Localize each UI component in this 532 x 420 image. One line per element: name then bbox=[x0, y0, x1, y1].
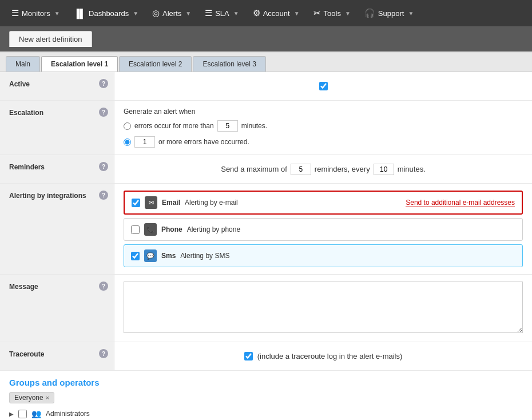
phone-checkbox[interactable] bbox=[131, 225, 140, 234]
message-label-col: Message ? bbox=[0, 275, 114, 342]
phone-integration: 📞 Phone Alerting by phone bbox=[124, 218, 523, 241]
reminders-minutes-text: minutes. bbox=[398, 165, 426, 173]
everyone-badge-remove[interactable]: × bbox=[46, 394, 49, 401]
sms-checkbox[interactable] bbox=[131, 252, 140, 260]
alerting-row: Alerting by integrations ? ✉ Email Alert… bbox=[0, 184, 532, 275]
tab-escalation-1[interactable]: Escalation level 1 bbox=[41, 56, 118, 72]
everyone-badge-label: Everyone bbox=[14, 394, 43, 402]
traceroute-label: Traceroute bbox=[9, 349, 44, 358]
phone-label: Phone bbox=[161, 225, 182, 233]
reminders-max-input[interactable] bbox=[291, 164, 311, 175]
reminders-field-col: Send a maximum of reminders, every minut… bbox=[114, 155, 532, 183]
dashboards-icon: ▐▌ bbox=[74, 9, 86, 18]
active-checkbox[interactable] bbox=[319, 82, 328, 90]
tab-escalation-2[interactable]: Escalation level 2 bbox=[119, 56, 192, 72]
generate-alert-text: Generate an alert when bbox=[124, 108, 195, 116]
sla-icon: ☰ bbox=[205, 8, 212, 18]
reminders-every-input[interactable] bbox=[374, 164, 394, 175]
errors-radio[interactable] bbox=[124, 122, 131, 130]
alerting-label: Alerting by integrations bbox=[9, 191, 86, 200]
traceroute-field-col: (include a traceroute log in the alert e… bbox=[114, 342, 532, 370]
escalation-label-col: Escalation ? bbox=[0, 101, 114, 154]
more-errors-text: or more errors have occurred. bbox=[158, 138, 249, 146]
traceroute-help-icon[interactable]: ? bbox=[99, 349, 108, 358]
administrators-label: Administrators bbox=[46, 410, 90, 418]
top-nav: ☰ Monitors ▼ ▐▌ Dashboards ▼ ◎ Alerts ▼ … bbox=[0, 0, 532, 26]
account-icon: ⚙ bbox=[253, 8, 260, 18]
escalation-row: Escalation ? Generate an alert when erro… bbox=[0, 101, 532, 155]
support-icon: 🎧 bbox=[364, 8, 375, 18]
nav-dashboards-label: Dashboards bbox=[89, 9, 129, 18]
reminders-label: Reminders bbox=[9, 162, 45, 171]
page-tab-label: New alert definition bbox=[19, 35, 82, 43]
tab-main[interactable]: Main bbox=[6, 56, 40, 72]
escalation-help-icon[interactable]: ? bbox=[99, 108, 108, 117]
phone-description: Alerting by phone bbox=[187, 225, 240, 233]
tab-escalation-3[interactable]: Escalation level 3 bbox=[193, 56, 265, 72]
errors-minutes-input[interactable] bbox=[217, 120, 238, 132]
message-textarea[interactable] bbox=[124, 282, 523, 333]
reminders-row: Reminders ? Send a maximum of reminders,… bbox=[0, 155, 532, 184]
group-row-administrators: ▶ 👥 Administrators bbox=[9, 409, 523, 418]
alerts-arrow: ▼ bbox=[185, 10, 191, 17]
message-field-col bbox=[114, 275, 532, 342]
active-row: Active ? bbox=[0, 72, 532, 101]
alerting-help-icon[interactable]: ? bbox=[99, 191, 108, 200]
administrators-arrow[interactable]: ▶ bbox=[9, 411, 14, 417]
more-errors-radio[interactable] bbox=[124, 138, 131, 146]
form-content: Active ? Escalation ? Generate an alert … bbox=[0, 72, 532, 371]
email-label: Email bbox=[162, 199, 180, 207]
page-title: New alert definition bbox=[9, 31, 92, 47]
alerts-icon: ◎ bbox=[152, 8, 160, 18]
nav-sla-label: SLA bbox=[215, 9, 229, 18]
groups-title: Groups and operators bbox=[9, 378, 523, 387]
content-area: Main Escalation level 1 Escalation level… bbox=[0, 51, 532, 420]
send-additional-email-link[interactable]: Send to additional e-mail addresses bbox=[406, 199, 515, 207]
nav-support[interactable]: 🎧 Support ▼ bbox=[358, 0, 420, 26]
more-errors-input[interactable] bbox=[134, 136, 155, 148]
active-help-icon[interactable]: ? bbox=[99, 79, 108, 88]
phone-icon: 📞 bbox=[144, 223, 157, 236]
active-field-col bbox=[114, 72, 532, 100]
reminders-label-col: Reminders ? bbox=[0, 155, 114, 183]
message-label: Message bbox=[9, 282, 38, 291]
nav-account[interactable]: ⚙ Account ▼ bbox=[246, 0, 307, 26]
monitors-icon: ☰ bbox=[11, 8, 19, 18]
administrators-checkbox[interactable] bbox=[18, 410, 27, 418]
errors-text: errors occur for more than bbox=[134, 122, 214, 130]
email-icon: ✉ bbox=[145, 196, 157, 209]
sms-icon: 💬 bbox=[144, 249, 157, 262]
monitors-arrow: ▼ bbox=[54, 10, 60, 17]
groups-section: Groups and operators Everyone × ▶ 👥 Admi… bbox=[0, 371, 532, 420]
tabs-row: Main Escalation level 1 Escalation level… bbox=[0, 53, 532, 72]
escalation-field-col: Generate an alert when errors occur for … bbox=[114, 101, 276, 154]
nav-sla[interactable]: ☰ SLA ▼ bbox=[198, 0, 245, 26]
message-help-icon[interactable]: ? bbox=[99, 282, 108, 291]
everyone-badge-wrapper: Everyone × bbox=[9, 392, 523, 409]
nav-dashboards[interactable]: ▐▌ Dashboards ▼ bbox=[67, 0, 145, 26]
traceroute-label-col: Traceroute ? bbox=[0, 342, 114, 370]
nav-account-label: Account bbox=[263, 9, 290, 18]
sms-description: Alerting by SMS bbox=[180, 252, 229, 260]
nav-monitors[interactable]: ☰ Monitors ▼ bbox=[5, 0, 67, 26]
integration-list: ✉ Email Alerting by e-mail Send to addit… bbox=[124, 191, 523, 267]
active-label-col: Active ? bbox=[0, 72, 114, 100]
email-checkbox[interactable] bbox=[132, 199, 140, 207]
email-description: Alerting by e-mail bbox=[185, 199, 238, 207]
send-max-text: Send a maximum of bbox=[221, 165, 287, 173]
nav-tools[interactable]: ✂ Tools ▼ bbox=[307, 0, 358, 26]
active-label: Active bbox=[9, 79, 30, 88]
reminders-text: reminders, every bbox=[315, 165, 370, 173]
alerting-field-col: ✉ Email Alerting by e-mail Send to addit… bbox=[114, 184, 532, 274]
alerting-label-col: Alerting by integrations ? bbox=[0, 184, 114, 274]
nav-alerts[interactable]: ◎ Alerts ▼ bbox=[145, 0, 198, 26]
traceroute-checkbox[interactable] bbox=[244, 352, 253, 360]
nav-monitors-label: Monitors bbox=[22, 9, 50, 18]
administrators-group-icon: 👥 bbox=[31, 409, 41, 418]
more-errors-line: or more errors have occurred. bbox=[124, 136, 267, 148]
escalation-label: Escalation bbox=[9, 108, 43, 117]
reminders-help-icon[interactable]: ? bbox=[99, 162, 108, 171]
sms-label: Sms bbox=[161, 252, 176, 260]
account-arrow: ▼ bbox=[294, 10, 300, 17]
support-arrow: ▼ bbox=[408, 10, 414, 17]
